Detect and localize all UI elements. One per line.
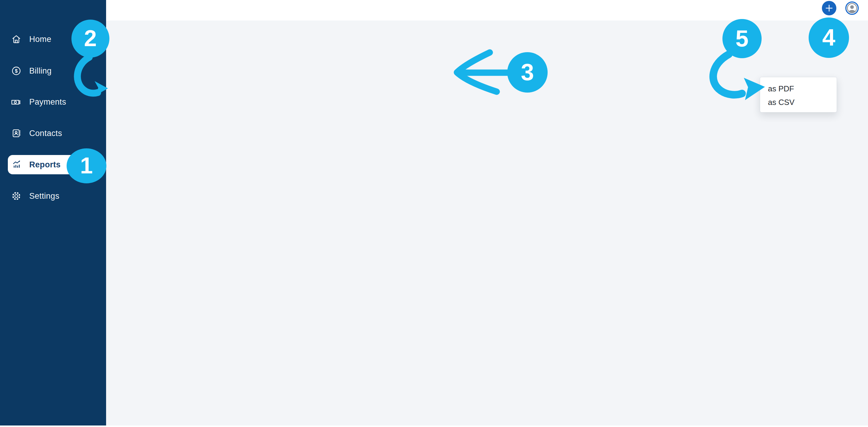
contacts-icon — [11, 128, 22, 139]
sidebar-item-label: Reports — [29, 160, 61, 170]
sidebar-item-reports[interactable]: Reports — [8, 155, 93, 174]
top-bar — [106, 0, 868, 21]
sidebar-item-label: Payments — [29, 97, 66, 107]
sidebar-item-label: Settings — [29, 191, 59, 201]
payments-icon — [11, 96, 22, 108]
home-icon — [11, 34, 22, 44]
svg-text:$: $ — [15, 68, 18, 73]
add-button[interactable] — [822, 1, 836, 16]
sidebar-item-contacts[interactable]: Contacts — [0, 124, 106, 143]
sidebar-item-billing[interactable]: $ Billing — [0, 62, 106, 80]
sidebar-item-payments[interactable]: Payments — [0, 93, 106, 111]
main-content-area — [106, 21, 868, 426]
sidebar-item-settings[interactable]: Settings — [0, 187, 106, 205]
user-avatar-icon — [845, 1, 859, 15]
sidebar-item-home[interactable]: Home — [0, 30, 106, 49]
bottom-strip — [0, 426, 868, 427]
export-as-pdf-item[interactable]: as PDF — [768, 84, 794, 93]
sidebar-item-label: Home — [29, 35, 51, 44]
export-dropdown-menu: as PDF as CSV — [760, 77, 837, 113]
sidebar-item-label: Billing — [29, 66, 52, 76]
primary-sidebar: Home $ Billing Payments Contacts Reports… — [0, 0, 106, 426]
billing-icon: $ — [11, 65, 22, 76]
avatar-button[interactable] — [845, 1, 859, 15]
settings-icon — [11, 190, 22, 202]
sidebar-item-label: Contacts — [29, 129, 62, 138]
plus-icon — [825, 4, 833, 12]
export-as-csv-item[interactable]: as CSV — [768, 98, 795, 107]
reports-icon — [11, 159, 22, 170]
